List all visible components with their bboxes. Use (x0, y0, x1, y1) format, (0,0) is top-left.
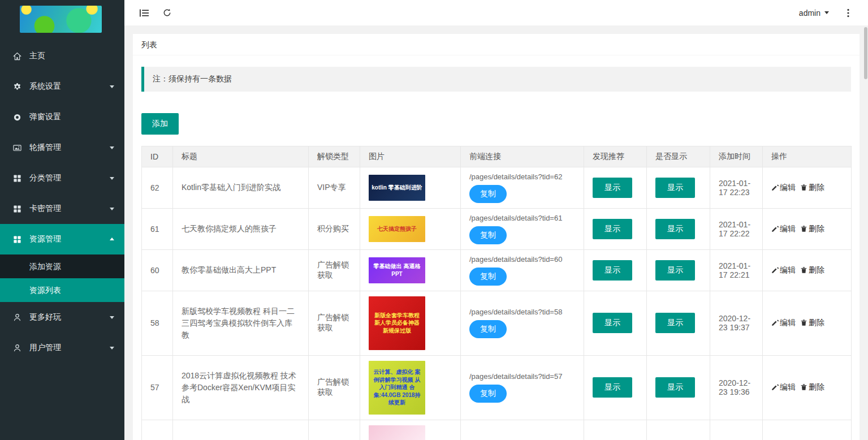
sidebar-item-label: 资源管理 (29, 234, 61, 244)
sidebar-item-label: 弹窗设置 (29, 112, 61, 122)
copy-button[interactable]: 复制 (469, 320, 507, 338)
trash-icon (800, 265, 809, 274)
visible-show-button[interactable]: 显示 (655, 219, 695, 239)
cell-time: 2020-12-23 19:36 (710, 355, 763, 420)
cell-unlock-type: 广告解锁获取 (309, 355, 360, 420)
sidebar-item-label: 用户管理 (29, 343, 61, 353)
cell-time: 2021-01-17 22:21 (710, 249, 763, 291)
edit-link[interactable]: 编辑 (771, 382, 796, 391)
sidebar-item-label: 轮播管理 (29, 143, 61, 153)
column-header: ID (142, 146, 173, 167)
cell-title: 新版驾校学车视频教程 科目一二三四驾考宝典模拟软件倒车入库教 (173, 291, 309, 355)
cell-time: 2021-01-17 22:23 (710, 167, 763, 208)
recommend-show-button[interactable]: 显示 (593, 377, 632, 398)
card-key-icon (11, 205, 23, 213)
more-menu-icon[interactable] (837, 0, 860, 25)
cell-recommend: 显示 (584, 208, 647, 249)
user-icon (11, 344, 23, 352)
copy-button[interactable]: 复制 (469, 268, 507, 286)
cell-unlock-type (309, 420, 360, 440)
resource-thumbnail: kotlin 零基础到进阶 (369, 175, 425, 201)
sidebar-item[interactable]: 用户管理 (0, 333, 124, 363)
cell-title (173, 420, 309, 440)
table-row: 60教你零基础做出高大上PPT广告解锁获取零基础做出 高逼格PPT/pages/… (142, 249, 852, 291)
copy-button[interactable]: 复制 (469, 185, 507, 203)
cell-link: /pages/details/details?tid=62复制 (461, 167, 584, 208)
scrollbar-thumb[interactable] (864, 27, 867, 79)
home-icon (11, 52, 23, 61)
delete-link[interactable]: 删除 (800, 318, 824, 327)
caret-down-icon (824, 11, 829, 14)
cell-actions (763, 420, 852, 440)
cell-image: kotlin 零基础到进阶 (360, 167, 461, 208)
table-body: 62Kotlin零基础入门到进阶实战VIP专享kotlin 零基础到进阶/pag… (142, 167, 852, 440)
table-row: 61七天教你搞定烦人的熊孩子积分购买七天搞定熊孩子/pages/details/… (142, 208, 852, 249)
delete-link[interactable]: 删除 (800, 224, 824, 233)
sidebar-item[interactable]: 系统设置 (0, 71, 124, 102)
sidebar-submenu: 添加资源资源列表 (0, 254, 124, 302)
visible-show-button[interactable]: 显示 (655, 178, 695, 198)
sidebar-item[interactable]: 分类管理 (0, 163, 124, 193)
resource-icon (11, 235, 23, 244)
column-header: 是否显示 (647, 146, 710, 167)
pencil-icon (771, 318, 780, 327)
column-header: 发现推荐 (584, 146, 647, 167)
table-header-row: ID标题解锁类型图片前端连接发现推荐是否显示添加时间操作 (142, 146, 852, 167)
chevron-down-icon (110, 208, 114, 210)
cell-visible: 显示 (647, 249, 710, 291)
cell-link: /pages/details/details?tid=60复制 (461, 249, 584, 291)
resource-thumbnail: 七天搞定熊孩子 (369, 216, 425, 242)
sidebar-item-label: 卡密管理 (29, 204, 61, 214)
cell-image: 零基础做出 高逼格PPT (360, 249, 461, 291)
user-menu[interactable]: admin (791, 8, 837, 18)
cell-title: 2018云计算虚拟化视频教程 技术参考Docker容器Xen/KVM项目实战 (173, 355, 309, 420)
recommend-show-button[interactable]: 显示 (593, 178, 632, 198)
edit-link[interactable]: 编辑 (771, 318, 796, 327)
edit-link[interactable]: 编辑 (771, 183, 796, 192)
sidebar-subitem[interactable]: 资源列表 (0, 278, 124, 302)
pencil-icon (771, 224, 780, 233)
recommend-show-button[interactable]: 显示 (593, 313, 632, 333)
sidebar-item[interactable]: 主页 (0, 41, 124, 71)
cell-unlock-type: 广告解锁获取 (309, 249, 360, 291)
sidebar-subitem[interactable]: 添加资源 (0, 254, 124, 278)
column-header: 解锁类型 (309, 146, 360, 167)
category-icon (11, 174, 23, 183)
sidebar-item[interactable]: 更多好玩 (0, 302, 124, 333)
cell-title: Kotlin零基础入门到进阶实战 (173, 167, 309, 208)
frontend-link: /pages/details/details?tid=62 (469, 172, 575, 181)
visible-show-button[interactable]: 显示 (655, 377, 695, 398)
edit-link[interactable]: 编辑 (771, 265, 796, 274)
copy-button[interactable]: 复制 (469, 385, 507, 403)
pencil-icon (771, 265, 780, 274)
frontend-link: /pages/details/details?tid=57 (469, 372, 575, 381)
cell-id: 60 (142, 249, 173, 291)
refresh-icon[interactable] (156, 0, 178, 25)
recommend-show-button[interactable]: 显示 (593, 260, 632, 281)
user-icon (11, 313, 23, 322)
cell-image (360, 420, 461, 440)
list-card: 列表 注：须保持有一条数据 添加 ID标题解锁类型图片前端连接发现推荐是否显示添… (133, 34, 860, 440)
delete-link[interactable]: 删除 (800, 382, 824, 391)
delete-link[interactable]: 删除 (800, 183, 824, 192)
cell-id: 62 (142, 167, 173, 208)
edit-link[interactable]: 编辑 (771, 224, 796, 233)
logo-image (20, 6, 102, 33)
visible-show-button[interactable]: 显示 (655, 260, 695, 281)
sidebar-item[interactable]: 轮播管理 (0, 132, 124, 163)
cell-unlock-type: VIP专享 (309, 167, 360, 208)
delete-link[interactable]: 删除 (800, 265, 824, 274)
sidebar-item[interactable]: 弹窗设置 (0, 102, 124, 132)
scrollbar[interactable] (863, 25, 868, 440)
column-header: 添加时间 (710, 146, 763, 167)
collapse-menu-icon[interactable] (133, 0, 156, 25)
logo[interactable] (0, 0, 124, 37)
copy-button[interactable]: 复制 (469, 226, 507, 244)
sidebar-item[interactable]: 卡密管理 (0, 193, 124, 224)
visible-show-button[interactable]: 显示 (655, 313, 695, 333)
recommend-show-button[interactable]: 显示 (593, 219, 632, 239)
sidebar-item[interactable]: 资源管理 (0, 224, 124, 254)
cell-actions: 编辑删除 (763, 249, 852, 291)
add-button[interactable]: 添加 (141, 113, 179, 135)
carousel-icon (11, 144, 23, 152)
